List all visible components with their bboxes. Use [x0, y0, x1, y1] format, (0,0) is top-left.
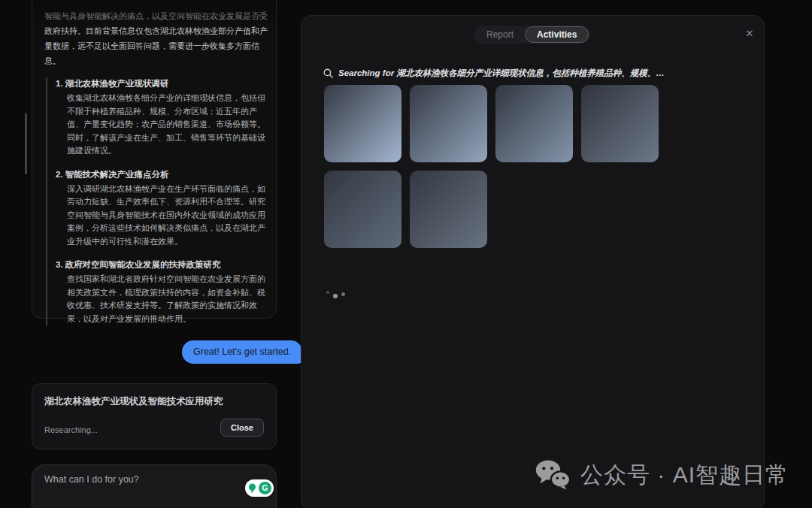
panel-tab-group: Report Activities: [474, 26, 590, 44]
task-status: Researching...: [44, 425, 98, 434]
plan-item-title: 湖北农林渔牧产业现状调研: [65, 79, 169, 88]
image-placeholder[interactable]: [324, 85, 401, 162]
plan-item-title: 政府对空间智能农业发展的扶持政策研究: [65, 260, 221, 269]
image-placeholder[interactable]: [324, 171, 401, 248]
chat-input[interactable]: What can I do for you? G: [32, 464, 277, 508]
grammarly-badge[interactable]: G: [245, 479, 274, 497]
chat-scrollbar[interactable]: [25, 113, 27, 174]
plan-item-body: 收集湖北农林渔牧各细分产业的详细现状信息，包括但不限于种植养殖品种、规模、分布区…: [67, 92, 270, 158]
search-activity-text: Searching for 湖北农林渔牧各细分产业详细现状信息，包括种植养殖品种…: [338, 68, 665, 79]
ai-message-card: 智能与具身智能解决的痛点，以及空间智能在农业发展是否受政府扶持。目前背景信息仅包…: [32, 0, 277, 319]
loading-dot: [326, 291, 329, 294]
image-placeholder[interactable]: [495, 85, 573, 162]
image-placeholder[interactable]: [410, 85, 487, 162]
activity-search-row: Searching for 湖北农林渔牧各细分产业详细现状信息，包括种植养殖品种…: [323, 68, 665, 79]
close-icon[interactable]: ✕: [742, 26, 757, 41]
plan-item-number: 3.: [56, 260, 63, 269]
grammarly-g-icon: G: [259, 482, 271, 494]
research-panel: Report Activities ✕ Searching for 湖北农林渔牧…: [301, 15, 765, 508]
research-task-card: 湖北农林渔牧产业现状及智能技术应用研究 Researching... Close: [32, 383, 277, 449]
loading-dot: [341, 292, 345, 296]
loading-indicator: [326, 289, 345, 298]
plan-item-1: 1.湖北农林渔牧产业现状调研 收集湖北农林渔牧各细分产业的详细现状信息，包括但不…: [56, 77, 270, 158]
plan-item-2: 2.智能技术解决产业痛点分析 深入调研湖北农林渔牧产业在生产环节面临的痛点，如劳…: [56, 168, 270, 249]
task-close-button[interactable]: Close: [220, 419, 264, 437]
search-icon: [323, 68, 333, 78]
plan-item-number: 2.: [56, 170, 63, 179]
loading-dot: [333, 294, 338, 298]
tab-report[interactable]: Report: [475, 27, 525, 42]
research-plan-list: 1.湖北农林渔牧产业现状调研 收集湖北农林渔牧各细分产业的详细现状信息，包括但不…: [46, 77, 270, 325]
plan-item-body: 查找国家和湖北省政府针对空间智能在农业发展方面的相关政策文件，梳理政策扶持的内容…: [67, 273, 270, 325]
image-placeholder[interactable]: [410, 171, 487, 248]
user-message-bubble: Great! Let's get started.: [182, 340, 302, 364]
chat-input-placeholder: What can I do for you?: [44, 474, 139, 485]
plan-item-3: 3.政府对空间智能农业发展的扶持政策研究 查找国家和湖北省政府针对空间智能在农业…: [56, 259, 270, 325]
task-title: 湖北农林渔牧产业现状及智能技术应用研究: [44, 395, 223, 408]
plan-item-number: 1.: [56, 79, 63, 88]
ai-message-intro: 智能与具身智能解决的痛点，以及空间智能在农业发展是否受政府扶持。目前背景信息仅包…: [44, 8, 270, 68]
tab-activities[interactable]: Activities: [525, 26, 589, 43]
image-result-grid: [324, 85, 659, 248]
image-placeholder[interactable]: [581, 85, 659, 162]
plan-item-body: 深入调研湖北农林渔牧产业在生产环节面临的痛点，如劳动力短缺、生产效率低下、资源利…: [67, 183, 270, 249]
plan-item-title: 智能技术解决产业痛点分析: [65, 170, 169, 179]
lightbulb-icon: [247, 482, 257, 494]
app-screen: 智能与具身智能解决的痛点，以及空间智能在农业发展是否受政府扶持。目前背景信息仅包…: [0, 0, 812, 508]
